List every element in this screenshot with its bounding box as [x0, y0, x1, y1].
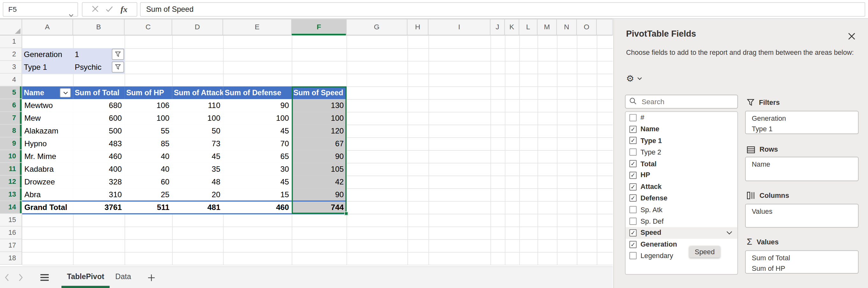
filter-value-cell[interactable]: Psychic — [75, 61, 101, 74]
field-item-hp[interactable]: ✓HP — [626, 170, 738, 181]
column-header-B[interactable]: B — [73, 20, 124, 35]
pivot-cell[interactable]: 500 — [73, 124, 124, 137]
pivot-cell[interactable]: 48 — [172, 176, 223, 188]
area-item[interactable]: Generation — [752, 113, 858, 124]
pivot-cell[interactable]: 600 — [73, 112, 124, 124]
fill-handle[interactable] — [344, 211, 348, 215]
field-checkbox[interactable]: ✓ — [629, 183, 637, 191]
pivot-cell[interactable]: 110 — [172, 99, 223, 112]
pivot-cell[interactable]: 100 — [223, 112, 292, 124]
field-item-total[interactable]: ✓Total — [626, 158, 738, 170]
pivot-cell[interactable]: 25 — [124, 188, 172, 201]
row-header-2[interactable]: 2 — [0, 48, 22, 61]
pivot-cell[interactable]: 680 — [73, 99, 124, 112]
pivot-cell[interactable]: 100 — [292, 112, 346, 124]
pivot-cell[interactable]: 310 — [73, 188, 124, 201]
row-header-1[interactable]: 1 — [0, 35, 22, 48]
field-options-button[interactable]: ⚙ — [626, 74, 642, 83]
pivot-cell[interactable]: Mewtwo — [22, 99, 73, 112]
row-header-17[interactable]: 17 — [0, 239, 22, 252]
field-checkbox[interactable]: ✓ — [629, 241, 637, 248]
column-header-C[interactable]: C — [124, 20, 172, 35]
area-box-columns[interactable]: Values — [745, 204, 859, 228]
pivot-cell[interactable]: 55 — [124, 124, 172, 137]
column-header-E[interactable]: E — [223, 20, 292, 35]
row-header-7[interactable]: 7 — [0, 112, 22, 124]
pivot-cell[interactable]: 120 — [292, 124, 346, 137]
pivot-cell[interactable]: 20 — [172, 188, 223, 201]
field-item-attack[interactable]: ✓Attack — [626, 181, 738, 193]
row-header-10[interactable]: 10 — [0, 150, 22, 163]
column-header-K[interactable]: K — [505, 20, 519, 35]
pivot-cell[interactable]: 42 — [292, 176, 346, 188]
row-header-15[interactable]: 15 — [0, 214, 22, 227]
area-item[interactable]: Values — [752, 206, 858, 217]
pivot-cell[interactable]: 483 — [73, 137, 124, 150]
cell-name-box[interactable]: F5 — [3, 2, 78, 17]
field-checkbox[interactable]: ✓ — [629, 172, 637, 179]
filter-value-cell[interactable]: 1 — [75, 48, 79, 61]
row-header-6[interactable]: 6 — [0, 99, 22, 112]
sheet-tab-data[interactable]: Data — [110, 267, 136, 288]
pivot-cell[interactable]: 90 — [292, 188, 346, 201]
pivot-cell[interactable]: 400 — [73, 163, 124, 176]
row-header-8[interactable]: 8 — [0, 124, 22, 137]
pivot-cell[interactable]: 45 — [223, 176, 292, 188]
filter-dropdown-icon[interactable] — [112, 49, 124, 60]
pivot-cell[interactable]: 106 — [124, 99, 172, 112]
row-header-9[interactable]: 9 — [0, 137, 22, 150]
pivot-header-sum-of-total[interactable]: Sum of Total — [73, 86, 124, 99]
pivot-cell[interactable]: 328 — [73, 176, 124, 188]
area-item[interactable]: Sum of Total — [752, 253, 858, 264]
filter-dropdown-icon[interactable] — [112, 61, 124, 73]
name-filter-dropdown-icon[interactable] — [60, 88, 71, 97]
field-item-defense[interactable]: ✓Defense — [626, 193, 738, 204]
field-item-type-2[interactable]: Type 2 — [626, 147, 738, 158]
filter-label-cell[interactable]: Type 1 — [24, 61, 47, 74]
pivot-cell[interactable]: 70 — [223, 137, 292, 150]
pivot-cell[interactable]: 460 — [73, 150, 124, 163]
pivot-cell[interactable]: 40 — [124, 150, 172, 163]
pivot-header-sum-of-hp[interactable]: Sum of HP — [124, 86, 172, 99]
row-header-18[interactable]: 18 — [0, 252, 22, 265]
field-item--[interactable]: # — [626, 112, 738, 123]
drag-ghost-chip[interactable]: Speed — [689, 246, 720, 258]
field-item-legendary[interactable]: Legendary — [626, 250, 738, 262]
pivot-grand-total-cell[interactable]: 3761 — [73, 201, 124, 214]
search-input[interactable] — [640, 97, 740, 107]
pivot-cell[interactable]: 67 — [292, 137, 346, 150]
pivot-cell[interactable]: 45 — [223, 124, 292, 137]
pivot-cell[interactable]: 45 — [172, 150, 223, 163]
field-checkbox[interactable]: ✓ — [629, 195, 637, 202]
pivot-cell[interactable]: 30 — [223, 163, 292, 176]
pivot-cell[interactable]: Hypno — [22, 137, 73, 150]
pivot-cell[interactable]: 90 — [292, 150, 346, 163]
column-header-H[interactable]: H — [408, 20, 429, 35]
column-header-J[interactable]: J — [490, 20, 505, 35]
add-sheet-icon[interactable] — [141, 267, 161, 288]
pivot-cell[interactable]: 50 — [172, 124, 223, 137]
pivot-cell[interactable]: 60 — [124, 176, 172, 188]
pivot-cell[interactable]: 35 — [172, 163, 223, 176]
field-checkbox[interactable]: ✓ — [629, 125, 637, 133]
row-header-16[interactable]: 16 — [0, 227, 22, 239]
pivot-header-sum-of-attack[interactable]: Sum of Attack — [172, 86, 223, 99]
filter-label-cell[interactable]: Generation — [24, 48, 62, 61]
column-header-D[interactable]: D — [172, 20, 223, 35]
field-item-sp-def[interactable]: Sp. Def — [626, 216, 738, 227]
area-box-values[interactable]: Sum of TotalSum of HP — [745, 251, 859, 273]
field-checkbox[interactable]: ✓ — [629, 137, 637, 144]
select-all-corner[interactable] — [0, 20, 22, 35]
pivot-cell[interactable]: 73 — [172, 137, 223, 150]
column-header-M[interactable]: M — [537, 20, 557, 35]
pivot-grand-total-cell[interactable]: 511 — [124, 201, 172, 214]
column-header-O[interactable]: O — [577, 20, 597, 35]
pivot-cell[interactable]: Kadabra — [22, 163, 73, 176]
row-header-13[interactable]: 13 — [0, 188, 22, 201]
insert-function-icon[interactable]: fx — [121, 5, 128, 15]
area-box-rows[interactable]: Name — [745, 157, 859, 181]
pivot-cell[interactable]: 100 — [124, 112, 172, 124]
row-header-5[interactable]: 5 — [0, 86, 22, 99]
column-header-I[interactable]: I — [429, 20, 491, 35]
field-checkbox[interactable] — [629, 206, 637, 213]
